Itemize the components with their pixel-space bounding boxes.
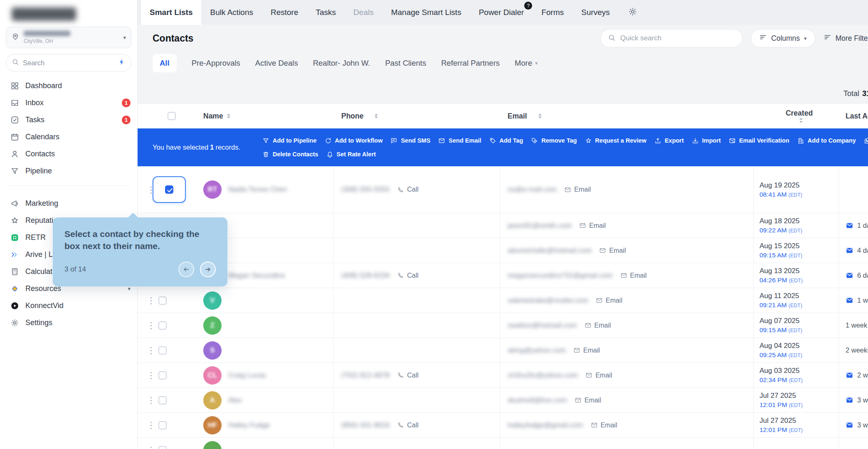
action-add-to-company[interactable]: Add to Company — [797, 137, 856, 144]
select-all-checkbox[interactable] — [168, 112, 176, 120]
email-button[interactable]: Email — [585, 372, 612, 379]
topnav-tab-tasks[interactable]: Tasks — [307, 0, 345, 25]
drag-handle-icon[interactable]: ⋮ — [147, 446, 153, 449]
action-set-rate-alert[interactable]: Set Rate Alert — [326, 151, 376, 158]
tooltip-next-button[interactable] — [200, 262, 216, 277]
email-button[interactable]: Email — [620, 272, 647, 279]
sidebar-item-dashboard[interactable]: Dashboard — [0, 77, 137, 94]
location-selector[interactable]: CityVille, OH ▾ — [6, 27, 131, 48]
sidebar-item-tasks[interactable]: Tasks1 — [0, 111, 137, 128]
topnav-tab-power-dialer[interactable]: Power Dialer? — [470, 0, 533, 25]
filter-tab-more[interactable]: More▾ — [515, 59, 538, 68]
action-export[interactable]: Export — [654, 137, 684, 144]
action-send-sms[interactable]: Send SMS — [390, 137, 430, 144]
table-row[interactable]: ⋮RTNadia Torres Chen(308) 555-5555Callns… — [138, 166, 868, 213]
filter-tab-active-deals[interactable]: Active Deals — [255, 59, 298, 68]
table-row[interactable]: ⋮Vvaleriedrake@mutter.comEmailAug 11 202… — [138, 288, 868, 313]
filter-tab-pre-approvals[interactable]: Pre-Approvals — [192, 59, 240, 68]
sort-icon[interactable] — [375, 113, 378, 119]
email-button[interactable]: Email — [596, 297, 622, 304]
action-remove-tag[interactable]: Remove Tag — [531, 137, 577, 144]
row-checkbox[interactable] — [158, 296, 167, 305]
topnav-tab-smart-lists[interactable]: Smart Lists — [141, 0, 201, 25]
call-button[interactable]: Call — [397, 422, 419, 429]
table-row[interactable]: ⋮ — [138, 438, 868, 449]
topnav-tab-deals[interactable]: Deals — [345, 0, 382, 25]
quick-search-input[interactable] — [620, 34, 735, 42]
column-header-email[interactable]: Email — [500, 104, 754, 128]
tooltip-prev-button[interactable] — [178, 262, 194, 277]
email-button[interactable]: Email — [584, 322, 611, 329]
sort-icon[interactable] — [538, 113, 542, 119]
filter-tab-realtor-john-w[interactable]: Realtor- John W. — [313, 59, 370, 68]
topnav-tab-restore[interactable]: Restore — [262, 0, 307, 25]
action-send-email[interactable]: Send Email — [438, 137, 481, 144]
sidebar-item-settings[interactable]: Settings — [0, 314, 137, 331]
action-email-verification[interactable]: Email Verification — [729, 137, 789, 144]
drag-handle-icon[interactable]: ⋮ — [147, 371, 153, 380]
drag-handle-icon[interactable]: ⋮ — [147, 396, 153, 405]
quick-search[interactable] — [600, 29, 742, 47]
row-checkbox[interactable] — [158, 396, 167, 405]
row-checkbox[interactable] — [158, 371, 167, 380]
action-import[interactable]: Import — [692, 137, 721, 144]
row-checkbox[interactable] — [158, 321, 167, 330]
sort-icon[interactable] — [227, 113, 230, 119]
filter-tab-referral-partners[interactable]: Referral Partners — [441, 59, 500, 68]
row-checkbox[interactable] — [158, 446, 167, 449]
row-checkbox[interactable] — [158, 346, 167, 355]
filter-tab-all[interactable]: All — [153, 54, 177, 72]
row-checkbox[interactable] — [158, 421, 167, 429]
table-row[interactable]: ⋮HFHailey Fudge(856) 431-9616Callhaileyf… — [138, 413, 868, 438]
action-add-to-workflow[interactable]: Add to Workflow — [325, 137, 383, 144]
sidebar-item-pipeline[interactable]: Pipeline — [0, 163, 137, 180]
topnav-tab-manage-smart-lists[interactable]: Manage Smart Lists — [382, 0, 470, 25]
sidebar-item-inbox[interactable]: Inbox1 — [0, 94, 137, 111]
action-delete-contacts[interactable]: Delete Contacts — [262, 151, 318, 158]
column-header-phone[interactable]: Phone — [334, 104, 500, 128]
email-button[interactable]: Email — [599, 247, 626, 254]
table-row[interactable]: ⋮Ssking@yahoo.comEmailAug 04 202509:25 A… — [138, 338, 868, 363]
table-row[interactable]: ⋮Zzwalton@hotmail.comEmailAug 07 202509:… — [138, 313, 868, 338]
topnav-tab-surveys[interactable]: Surveys — [572, 0, 619, 25]
help-badge[interactable]: ? — [524, 2, 532, 10]
sidebar-item-marketing[interactable]: Marketing — [0, 195, 137, 212]
sidebar-item-konnectvid[interactable]: KonnectVid — [0, 297, 137, 314]
table-row[interactable]: ⋮AAlexalushrell@live.comEmailJul 27 2025… — [138, 388, 868, 413]
table-row[interactable]: ⋮CLCraig Lucas(702) 812-4678Callch3nu2lu… — [138, 363, 868, 388]
action-request-a-review[interactable]: Request a Review — [585, 137, 646, 144]
drag-handle-icon[interactable]: ⋮ — [147, 185, 153, 194]
email-button[interactable]: Email — [579, 222, 606, 229]
action-whatsapp[interactable]: WhatsApp — [864, 137, 868, 144]
column-header-created[interactable]: Created — [754, 104, 839, 128]
sort-icon[interactable] — [799, 118, 803, 123]
table-row[interactable]: ⋮alexmichelle@hotmail.comEmailAug 15 202… — [138, 238, 868, 263]
action-add-tag[interactable]: Add Tag — [489, 137, 523, 144]
call-button[interactable]: Call — [397, 186, 419, 193]
table-row[interactable]: ⋮jason91@smith.comEmailAug 18 202509:22 … — [138, 213, 868, 238]
column-header-last-activity[interactable]: Last Activity — [839, 104, 868, 128]
filter-tab-past-clients[interactable]: Past Clients — [385, 59, 426, 68]
call-button[interactable]: Call — [397, 372, 419, 379]
drag-handle-icon[interactable]: ⋮ — [147, 421, 153, 429]
drag-handle-icon[interactable]: ⋮ — [147, 296, 153, 305]
columns-button[interactable]: Columns ▾ — [751, 29, 815, 47]
email-button[interactable]: Email — [575, 397, 601, 404]
row-checkbox[interactable] — [165, 185, 173, 194]
email-button[interactable]: Email — [591, 422, 617, 429]
table-row[interactable]: ⋮Megan Secundino(408) 528-6234Callmegans… — [138, 263, 868, 288]
topnav-tab-bulk-actions[interactable]: Bulk Actions — [201, 0, 262, 25]
drag-handle-icon[interactable]: ⋮ — [147, 346, 153, 355]
sidebar-search-input[interactable] — [23, 59, 114, 67]
column-header-name[interactable]: Name — [196, 104, 334, 128]
email-button[interactable]: Email — [564, 186, 591, 193]
sidebar-item-calendars[interactable]: Calendars — [0, 128, 137, 146]
email-button[interactable]: Email — [573, 347, 600, 354]
settings-gear-button[interactable] — [628, 0, 638, 25]
drag-handle-icon[interactable]: ⋮ — [147, 321, 153, 330]
action-add-to-pipeline[interactable]: Add to Pipeline — [262, 137, 317, 144]
sidebar-item-contacts[interactable]: Contacts — [0, 146, 137, 163]
call-button[interactable]: Call — [397, 272, 419, 279]
sidebar-search[interactable] — [6, 54, 131, 72]
more-filters-button[interactable]: More Filters — [824, 33, 868, 43]
